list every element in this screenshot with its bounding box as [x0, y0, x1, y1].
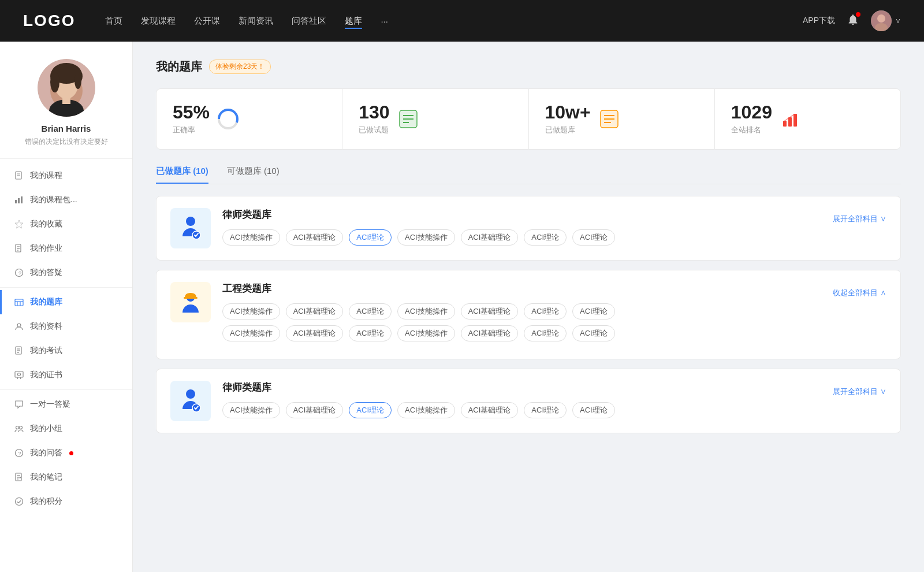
expand-bank-1[interactable]: 展开全部科目 ∨: [833, 214, 886, 224]
sidebar-item-my-courses[interactable]: 我的课程: [0, 164, 132, 188]
menu-divider-2: [0, 389, 132, 390]
sidebar-item-cert[interactable]: 我的证书: [0, 363, 132, 387]
svg-point-8: [50, 72, 59, 92]
sidebar-item-label: 我的笔记: [30, 472, 62, 482]
stats-row: 55% 正确率 130 已做试题: [156, 88, 901, 150]
svg-rect-16: [18, 198, 20, 203]
sidebar-item-label: 我的积分: [30, 496, 62, 507]
sidebar-item-label: 我的收藏: [30, 219, 62, 229]
tag[interactable]: ACI技能操作: [222, 229, 280, 246]
sidebar-item-label: 我的问答: [30, 448, 62, 458]
sidebar-item-profile[interactable]: 我的资料: [0, 314, 132, 339]
tag[interactable]: ACI理论: [572, 229, 615, 246]
svg-point-29: [17, 324, 21, 327]
sidebar-item-course-pkg[interactable]: 我的课程包...: [0, 188, 132, 212]
tag[interactable]: ACI技能操作: [397, 402, 455, 418]
svg-point-67: [186, 389, 195, 399]
tag[interactable]: ACI理论: [524, 229, 567, 246]
tag[interactable]: ACI理论: [349, 303, 392, 320]
svg-rect-25: [15, 299, 23, 306]
sidebar-item-exam[interactable]: 我的考试: [0, 339, 132, 363]
nav-item-news[interactable]: 新闻资讯: [239, 13, 273, 29]
tag[interactable]: ACI技能操作: [222, 303, 280, 320]
stat-done-banks: 10w+ 已做题库: [529, 89, 715, 149]
tag[interactable]: ACI理论: [524, 303, 567, 320]
nav-item-more[interactable]: ···: [381, 14, 388, 28]
tag[interactable]: ACI技能操作: [222, 325, 280, 341]
svg-rect-62: [793, 114, 797, 127]
tag[interactable]: ACI技能操作: [397, 325, 455, 341]
tag[interactable]: ACI技能操作: [397, 303, 455, 320]
app-download-button[interactable]: APP下载: [803, 16, 835, 26]
bank-icon-engineer: [170, 282, 211, 322]
sidebar-item-qbank[interactable]: 我的题库: [0, 290, 132, 314]
chart-icon: [14, 195, 24, 205]
tag[interactable]: ACI技能操作: [397, 229, 455, 246]
sidebar-item-homework[interactable]: 我的作业: [0, 236, 132, 261]
tag[interactable]: ACI理论: [349, 229, 392, 246]
svg-rect-66: [184, 297, 198, 299]
nav-item-courses[interactable]: 发现课程: [141, 13, 176, 29]
stat-label-done-b: 已做题库: [545, 125, 591, 135]
page-title: 我的题库: [156, 59, 202, 75]
nav-item-home[interactable]: 首页: [105, 13, 122, 29]
sidebar-item-label: 我的考试: [30, 346, 62, 356]
svg-point-38: [16, 426, 19, 429]
svg-marker-18: [15, 220, 23, 228]
tag[interactable]: ACI基础理论: [461, 229, 519, 246]
notification-bell[interactable]: [847, 13, 859, 28]
bank-actions-lawyer-2: 展开全部科目 ∨: [833, 381, 886, 397]
tag[interactable]: ACI理论: [572, 303, 615, 320]
tag[interactable]: ACI基础理论: [461, 325, 519, 341]
sidebar-item-my-qa[interactable]: ? 我的问答: [0, 441, 132, 465]
tag[interactable]: ACI理论: [572, 402, 615, 418]
sidebar-item-qa[interactable]: ? 我的答疑: [0, 261, 132, 285]
bank-content-lawyer-1: 律师类题库 ACI技能操作ACI基础理论ACI理论ACI技能操作ACI基础理论A…: [222, 208, 821, 246]
qanda-icon: ?: [14, 448, 24, 458]
chevron-down-icon: ∨: [895, 16, 901, 26]
tag[interactable]: ACI基础理论: [286, 402, 344, 418]
tag[interactable]: ACI理论: [572, 325, 615, 341]
tag[interactable]: ACI基础理论: [286, 303, 344, 320]
sidebar-item-points[interactable]: 我的积分: [0, 489, 132, 514]
sidebar: Brian Harris 错误的决定比没有决定要好 我的课程 我的课程包...: [0, 42, 133, 572]
bank-card-lawyer-1: 律师类题库 ACI技能操作ACI基础理论ACI理论ACI技能操作ACI基础理论A…: [156, 196, 901, 261]
chat-icon: [14, 399, 24, 410]
tab-done-banks[interactable]: 已做题库 (10): [156, 166, 208, 184]
bank-icon-lawyer-2: [170, 381, 211, 421]
bar-icon: [780, 109, 801, 129]
tag[interactable]: ACI理论: [349, 325, 392, 341]
tab-available-banks[interactable]: 可做题库 (10): [227, 166, 280, 184]
tag[interactable]: ACI基础理论: [286, 325, 344, 341]
trial-badge: 体验剩余23天！: [209, 60, 271, 74]
sidebar-item-notes[interactable]: 我的笔记: [0, 465, 132, 489]
tag[interactable]: ACI技能操作: [222, 402, 280, 418]
svg-rect-15: [15, 200, 17, 203]
tag[interactable]: ACI理论: [349, 402, 392, 418]
bank-title-lawyer-2: 律师类题库: [222, 381, 821, 394]
group-icon: [14, 424, 24, 434]
stat-done-questions: 130 已做试题: [342, 89, 528, 149]
tag[interactable]: ACI理论: [524, 325, 567, 341]
nav-item-qa[interactable]: 问答社区: [292, 13, 326, 29]
nav-item-qbank[interactable]: 题库: [345, 13, 362, 29]
top-navigation: LOGO 首页 发现课程 公开课 新闻资讯 问答社区 题库 ··· APP下载 …: [0, 0, 924, 42]
note-icon: [14, 472, 24, 482]
tag[interactable]: ACI基础理论: [461, 402, 519, 418]
sidebar-item-favorites[interactable]: 我的收藏: [0, 212, 132, 236]
user-avatar-menu[interactable]: ∨: [871, 10, 901, 31]
sidebar-item-one-on-one[interactable]: 一对一答疑: [0, 392, 132, 417]
bank-tags-engineer-row1: ACI技能操作ACI基础理论ACI理论ACI技能操作ACI基础理论ACI理论AC…: [222, 303, 821, 320]
expand-bank-3[interactable]: 展开全部科目 ∨: [833, 387, 886, 397]
bank-actions-engineer: 收起全部科目 ∧: [833, 282, 886, 298]
sidebar-item-label: 我的课程包...: [30, 195, 77, 205]
notification-dot: [856, 12, 860, 17]
svg-rect-34: [15, 372, 23, 377]
cert-icon: [14, 370, 24, 380]
tag[interactable]: ACI理论: [524, 402, 567, 418]
nav-item-open[interactable]: 公开课: [194, 13, 220, 29]
tag[interactable]: ACI基础理论: [286, 229, 344, 246]
collapse-bank-2[interactable]: 收起全部科目 ∧: [833, 288, 886, 298]
sidebar-item-group[interactable]: 我的小组: [0, 417, 132, 441]
tag[interactable]: ACI基础理论: [461, 303, 519, 320]
